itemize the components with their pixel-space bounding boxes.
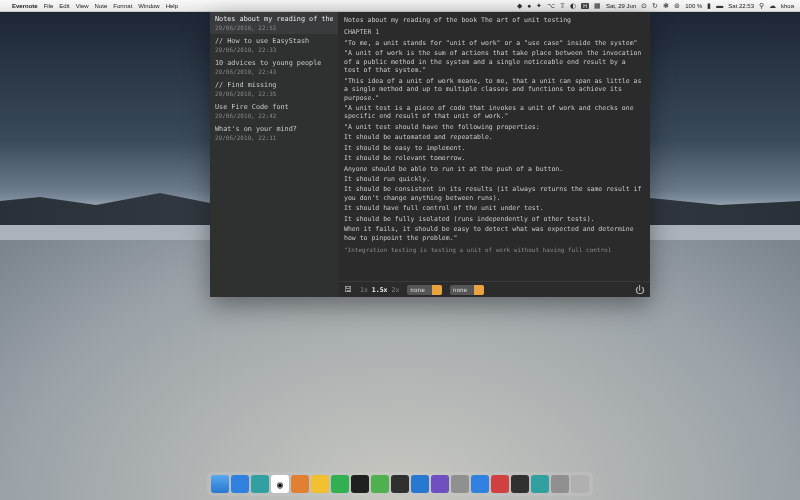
- battery-icon[interactable]: ▮: [707, 2, 711, 10]
- menubar-icon[interactable]: ◆: [517, 2, 522, 10]
- note-date: 29/06/2019, 22:42: [215, 112, 333, 119]
- note-paragraph: It should be easy to implement.: [344, 144, 644, 152]
- note-paragraph: It should be fully isolated (runs indepe…: [344, 215, 644, 223]
- note-paragraph-cutoff: "Integration testing is testing a unit o…: [344, 246, 644, 254]
- dock-chrome-icon[interactable]: ◉: [271, 475, 289, 493]
- battery-percent: 100 %: [685, 3, 702, 9]
- note-date: 29/06/2019, 22:43: [215, 68, 333, 75]
- system-dock: ◉: [207, 472, 593, 496]
- note-title: 10 advices to young people: [215, 59, 333, 67]
- note-paragraph: "A unit of work is the sum of actions th…: [344, 49, 644, 74]
- note-date: 29/06/2019, 22:33: [215, 46, 333, 53]
- help-menu-item[interactable]: Help: [166, 3, 178, 9]
- note-list-item[interactable]: Use Fire Code font 29/06/2019, 22:42: [210, 100, 338, 122]
- note-list-item[interactable]: What's on your mind? 29/06/2019, 22:11: [210, 122, 338, 144]
- note-paragraph: "A unit test should have the following p…: [344, 123, 644, 131]
- view-menu-item[interactable]: View: [76, 3, 89, 9]
- menubar-icon[interactable]: ❃: [663, 2, 669, 10]
- menubar-icon[interactable]: ⌥: [547, 2, 555, 10]
- dock-app-icon[interactable]: [451, 475, 469, 493]
- note-title: Notes about my reading of the bo: [215, 15, 333, 23]
- note-list-item[interactable]: // Find missing 29/06/2019, 22:35: [210, 78, 338, 100]
- note-list-item[interactable]: Notes about my reading of the bo 29/06/2…: [210, 12, 338, 34]
- note-date: 29/06/2019, 22:35: [215, 90, 333, 97]
- note-paragraph: It should run quickly.: [344, 175, 644, 183]
- system-menubar: Evernote File Edit View Note Format Wind…: [0, 0, 800, 12]
- wifi-icon[interactable]: ⊚: [674, 2, 680, 10]
- power-icon[interactable]: ⏻: [635, 285, 644, 295]
- zoom-controls: 1x 1.5x 2x: [360, 286, 399, 294]
- menubar-time[interactable]: Sat 22:53: [728, 3, 754, 9]
- calendar-icon[interactable]: ▦: [594, 2, 601, 10]
- dock-app-icon[interactable]: [431, 475, 449, 493]
- note-title: // Find missing: [215, 81, 333, 89]
- note-list-item[interactable]: // How to use EasyStash 29/06/2019, 22:3…: [210, 34, 338, 56]
- dock-app-icon[interactable]: [311, 475, 329, 493]
- note-paragraph: CHAPTER 1: [344, 28, 644, 36]
- dock-app-icon[interactable]: [491, 475, 509, 493]
- dock-app-icon[interactable]: [391, 475, 409, 493]
- note-paragraph: It should be automated and repeatable.: [344, 133, 644, 141]
- menubar-user[interactable]: khoa: [781, 3, 794, 9]
- note-paragraph: "This idea of a unit of work means, to m…: [344, 77, 644, 102]
- file-menu-item[interactable]: File: [44, 3, 54, 9]
- flag-icon[interactable]: ▬: [716, 2, 723, 9]
- dock-app-icon[interactable]: [511, 475, 529, 493]
- note-date: 29/06/2019, 22:11: [215, 134, 333, 141]
- menubar-icon[interactable]: ◐: [570, 2, 576, 10]
- menubar-badge[interactable]: H: [581, 3, 589, 9]
- zoom-1x[interactable]: 1x: [360, 286, 368, 294]
- editor-bottom-toolbar: 🖫 1x 1.5x 2x none none ⏻: [338, 281, 650, 297]
- dock-terminal-icon[interactable]: [351, 475, 369, 493]
- dock-evernote-icon[interactable]: [371, 475, 389, 493]
- note-paragraph: "A unit test is a piece of code that inv…: [344, 104, 644, 121]
- toolbar-dropdown-2[interactable]: none: [450, 285, 484, 295]
- dock-app-icon[interactable]: [471, 475, 489, 493]
- note-list-item[interactable]: 10 advices to young people 29/06/2019, 2…: [210, 56, 338, 78]
- menubar-date[interactable]: Sat, 29 Jun: [606, 3, 636, 9]
- dock-app-icon[interactable]: [531, 475, 549, 493]
- dock-app-icon[interactable]: [231, 475, 249, 493]
- messenger-icon[interactable]: ☁: [769, 2, 776, 10]
- dock-app-icon[interactable]: [331, 475, 349, 493]
- menubar-icon[interactable]: ↻: [652, 2, 658, 10]
- window-menu-item[interactable]: Window: [138, 3, 159, 9]
- menubar-icon[interactable]: 𝕋: [560, 2, 565, 10]
- dock-vscode-icon[interactable]: [411, 475, 429, 493]
- note-date: 29/06/2019, 22:52: [215, 24, 333, 31]
- note-title: Use Fire Code font: [215, 103, 333, 111]
- note-editor[interactable]: Notes about my reading of the book The a…: [338, 12, 650, 281]
- dock-app-icon[interactable]: [291, 475, 309, 493]
- note-paragraph: When it fails, it should be easy to dete…: [344, 225, 644, 242]
- note-paragraph: Anyone should be able to run it at the p…: [344, 165, 644, 173]
- format-menu-item[interactable]: Format: [113, 3, 132, 9]
- menubar-icon[interactable]: ●: [527, 2, 531, 9]
- note-content-pane: Notes about my reading of the book The a…: [338, 12, 650, 297]
- note-title: What's on your mind?: [215, 125, 333, 133]
- note-title: // How to use EasyStash: [215, 37, 333, 45]
- zoom-2x[interactable]: 2x: [391, 286, 399, 294]
- note-content-title: Notes about my reading of the book The a…: [344, 16, 644, 24]
- note-menu-item[interactable]: Note: [95, 3, 108, 9]
- save-icon[interactable]: 🖫: [344, 285, 352, 294]
- spotlight-icon[interactable]: ⚲: [759, 2, 764, 10]
- dock-app-icon[interactable]: [551, 475, 569, 493]
- menubar-icon[interactable]: ✦: [536, 2, 542, 10]
- dock-finder-icon[interactable]: [211, 475, 229, 493]
- evernote-window: Notes about my reading of the bo 29/06/2…: [210, 12, 650, 297]
- dock-trash-icon[interactable]: [571, 475, 589, 493]
- app-name-item[interactable]: Evernote: [12, 3, 38, 9]
- zoom-1-5x[interactable]: 1.5x: [372, 286, 388, 294]
- note-paragraph: "To me, a unit stands for "unit of work"…: [344, 39, 644, 47]
- toolbar-dropdown-1[interactable]: none: [407, 285, 441, 295]
- note-paragraph: It should be relevant tomorrow.: [344, 154, 644, 162]
- notes-sidebar: Notes about my reading of the bo 29/06/2…: [210, 12, 338, 297]
- dock-app-icon[interactable]: [251, 475, 269, 493]
- note-paragraph: It should have full control of the unit …: [344, 204, 644, 212]
- note-paragraph: It should be consistent in its results (…: [344, 185, 644, 202]
- menubar-icon[interactable]: ⊙: [641, 2, 647, 10]
- edit-menu-item[interactable]: Edit: [59, 3, 69, 9]
